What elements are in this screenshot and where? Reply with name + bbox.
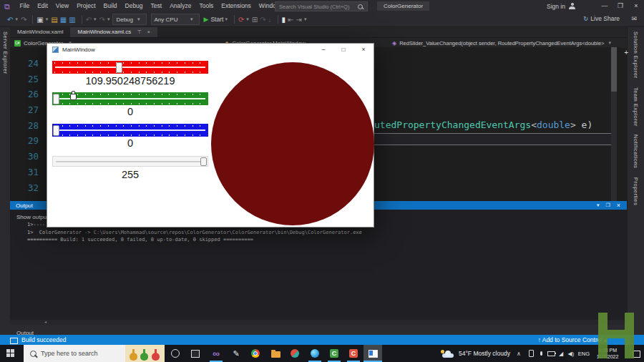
team-explorer-tab[interactable]: Team Explorer xyxy=(633,83,639,131)
new-project-icon[interactable]: ▣ xyxy=(36,13,43,26)
maximize-button[interactable]: ❐ xyxy=(613,0,628,12)
alpha-slider-thumb[interactable] xyxy=(200,157,207,166)
sign-in-button[interactable]: Sign in xyxy=(547,0,575,12)
solution-name-chip[interactable]: ColorGenerator xyxy=(377,1,429,11)
menu-debug[interactable]: Debug xyxy=(121,0,147,12)
start-debug-icon[interactable]: ▶ xyxy=(204,13,209,26)
green-slider-thumb[interactable] xyxy=(53,94,59,104)
mainwindow-taskbar-icon[interactable] xyxy=(364,345,382,362)
close-tab-icon[interactable]: × xyxy=(147,29,150,34)
notifications-tab[interactable]: Notifications xyxy=(633,130,639,172)
battery-tray-icon[interactable] xyxy=(546,345,556,362)
tool-app-icon[interactable]: ✎ xyxy=(227,345,245,362)
open-folder-icon[interactable]: ▤ xyxy=(51,13,57,26)
app-icon[interactable] xyxy=(286,345,304,362)
output-line: ========== Build: 1 succeeded, 0 failed,… xyxy=(27,237,253,243)
edge-icon[interactable] xyxy=(306,345,324,362)
toolbox-icon[interactable]: ⊞ xyxy=(252,13,258,26)
menu-view[interactable]: View xyxy=(52,0,72,12)
tab-mainwindow-xaml[interactable]: MainWindow.xaml xyxy=(10,27,70,37)
menu-extensions[interactable]: Extensions xyxy=(218,0,255,12)
tab-mainwindow-xaml-cs[interactable]: MainWindow.xaml.cs ⊤ × xyxy=(70,27,157,37)
alpha-value-label: 255 xyxy=(52,169,208,180)
breadcrumb-member[interactable]: ◈ RedSlider_ValueChanged(object sender, … xyxy=(392,38,614,48)
line-numbers: 24 25 26 27 28 29 30 31 32 xyxy=(10,56,39,195)
pin-icon[interactable]: ⊤ xyxy=(137,29,141,34)
save-icon[interactable]: ▦ xyxy=(60,13,67,26)
panel-close-icon[interactable]: × xyxy=(617,202,620,209)
step-into-icon[interactable]: ↓ xyxy=(268,13,272,26)
search-input[interactable]: Search Visual Studio (Ctrl+Q) xyxy=(275,1,368,11)
weather-text[interactable]: 54°F Mostly cloudy xyxy=(459,345,510,362)
taskbar-search-input[interactable]: Type here to search xyxy=(24,345,165,362)
alpha-slider[interactable] xyxy=(52,156,208,167)
feedback-icon[interactable]: ✉ xyxy=(631,15,637,22)
redo-icon[interactable]: ↷ xyxy=(99,13,105,26)
close-button[interactable]: × xyxy=(628,0,644,12)
menu-edit[interactable]: Edit xyxy=(34,0,52,12)
blue-slider-thumb[interactable] xyxy=(53,125,59,136)
toolbar-separator xyxy=(278,15,278,24)
cortana-icon[interactable] xyxy=(166,345,185,362)
app-maximize-button[interactable]: □ xyxy=(333,44,353,56)
solution-explorer-tab[interactable]: Solution Explorer xyxy=(633,27,639,83)
undo-icon[interactable]: ↶ xyxy=(86,13,92,26)
menu-project[interactable]: Project xyxy=(73,0,99,12)
live-share-button[interactable]: ↻ Live Share xyxy=(583,15,620,22)
split-editor-icon[interactable]: + xyxy=(624,49,628,57)
start-button[interactable] xyxy=(6,349,15,358)
navigate-back-icon[interactable]: ↶ xyxy=(7,13,13,26)
panel-float-icon[interactable]: ❐ xyxy=(605,202,610,208)
configuration-dropdown[interactable]: Debug▾ xyxy=(112,14,146,25)
microphone-tray-icon[interactable] xyxy=(537,345,545,362)
blue-slider[interactable] xyxy=(52,124,208,137)
search-icon xyxy=(30,351,36,357)
platform-dropdown[interactable]: Any CPU▾ xyxy=(151,14,200,25)
app-title-bar[interactable]: MainWindow – □ × xyxy=(47,44,374,56)
panel-dropdown-icon[interactable]: ▾ xyxy=(597,202,600,208)
network-tray-icon[interactable]: ◢ xyxy=(557,345,565,362)
menu-tools[interactable]: Tools xyxy=(195,0,218,12)
file-explorer-icon[interactable] xyxy=(266,345,285,362)
menu-build[interactable]: Build xyxy=(99,0,121,12)
tab-label: MainWindow.xaml.cs xyxy=(77,29,131,35)
navigate-forward-icon[interactable]: ↷ xyxy=(21,13,26,26)
phone-tray-icon[interactable] xyxy=(527,345,535,362)
red-slider-thumb[interactable] xyxy=(116,62,122,73)
app-close-button[interactable]: × xyxy=(353,44,374,56)
scroll-left-icon[interactable]: ◂ xyxy=(44,320,47,325)
hot-reload-icon[interactable]: ⟳ xyxy=(238,13,244,26)
toolbar-separator xyxy=(82,15,82,24)
step-over-icon[interactable]: ↷ xyxy=(260,13,265,26)
app-minimize-button[interactable]: – xyxy=(313,44,333,56)
volume-tray-icon[interactable]: ◀) xyxy=(566,345,576,362)
search-highlight-image[interactable] xyxy=(125,345,165,362)
hidden-icons-chevron[interactable]: ∧ xyxy=(514,345,524,362)
add-to-source-control-button[interactable]: ↑ Add to Source Control ▴ xyxy=(538,335,607,345)
toolbar-separator xyxy=(32,15,33,24)
editor-scrollbar-thumb[interactable] xyxy=(611,47,617,92)
outdent-icon[interactable]: ⇤ xyxy=(288,13,293,26)
menu-analyze[interactable]: Analyze xyxy=(166,0,195,12)
green-c-app-icon[interactable]: C xyxy=(325,345,343,362)
flask-icon xyxy=(130,353,137,361)
red-c-app-icon[interactable]: C xyxy=(344,345,363,362)
start-debug-label[interactable]: Start xyxy=(210,16,223,23)
task-view-icon[interactable] xyxy=(186,345,205,362)
bookmark-icon[interactable]: ▮ xyxy=(282,13,286,26)
minimize-button[interactable]: — xyxy=(597,0,613,12)
language-indicator[interactable]: ENG xyxy=(577,345,591,362)
properties-tab[interactable]: Properties xyxy=(633,173,639,210)
server-explorer-tab[interactable]: Server Explorer xyxy=(2,27,9,79)
visual-studio-taskbar-icon[interactable]: ∞ xyxy=(207,345,225,362)
menu-test[interactable]: Test xyxy=(147,0,166,12)
save-all-icon[interactable]: ▥ xyxy=(69,13,75,26)
output-bottom-tab[interactable]: Output xyxy=(10,325,627,335)
output-hscrollbar[interactable]: ◂ xyxy=(10,320,627,325)
red-slider[interactable] xyxy=(52,61,208,74)
status-window-icon xyxy=(10,338,18,344)
chrome-icon[interactable] xyxy=(246,345,265,362)
menu-file[interactable]: File xyxy=(16,0,34,12)
weather-icon[interactable] xyxy=(441,345,455,362)
indent-icon[interactable]: ⇥ xyxy=(296,13,302,26)
